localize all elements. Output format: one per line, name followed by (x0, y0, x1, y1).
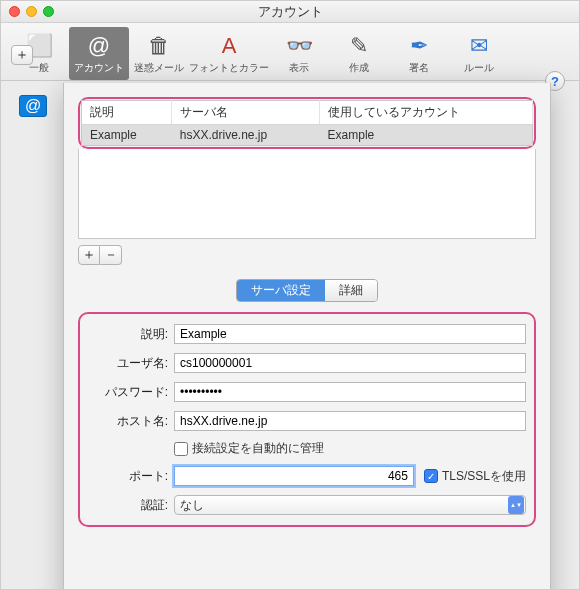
minimize-icon[interactable] (26, 6, 37, 17)
add-server-button[interactable]: ＋ (78, 245, 100, 265)
smtp-sheet: 説明 サーバ名 使用しているアカウント Example hsXX.drive.n… (63, 83, 551, 590)
col-server[interactable]: サーバ名 (172, 101, 320, 125)
add-remove-buttons: ＋ － (78, 245, 536, 265)
tab-label: ルール (464, 61, 494, 75)
auto-manage-label: 接続設定を自動的に管理 (192, 440, 324, 457)
description-label: 説明: (88, 326, 174, 343)
table-empty-area (78, 149, 536, 239)
server-table[interactable]: 説明 サーバ名 使用しているアカウント Example hsXX.drive.n… (81, 100, 533, 146)
account-at-icon[interactable]: @ (19, 95, 47, 117)
port-field[interactable] (174, 466, 414, 486)
tab-label: 署名 (409, 61, 429, 75)
tab-viewing[interactable]: 👓 表示 (269, 27, 329, 80)
toolbar: ⬜ 一般 @ アカウント 🗑 迷惑メール A フォントとカラー 👓 表示 ✎ 作… (1, 23, 579, 81)
cell-description: Example (82, 125, 172, 146)
server-settings-form: 説明: ユーザ名: パスワード: ホスト名: (78, 312, 536, 527)
tab-label: 表示 (289, 61, 309, 75)
tab-signatures[interactable]: ✒ 署名 (389, 27, 449, 80)
tab-label: フォントとカラー (189, 61, 269, 75)
close-icon[interactable] (9, 6, 20, 17)
chevron-updown-icon: ▲▼ (508, 496, 524, 514)
remove-server-button[interactable]: － (100, 245, 122, 265)
tab-junk[interactable]: 🗑 迷惑メール (129, 27, 189, 80)
settings-tabs: サーバ設定 詳細 (78, 279, 536, 302)
bg-add-button[interactable]: ＋ (11, 45, 33, 65)
titlebar: アカウント (1, 1, 579, 23)
preferences-window: アカウント ⬜ 一般 @ アカウント 🗑 迷惑メール A フォントとカラー 👓 … (0, 0, 580, 590)
tab-rules[interactable]: ✉ ルール (449, 27, 509, 80)
at-icon: @ (83, 31, 115, 61)
password-field[interactable] (174, 382, 526, 402)
zoom-icon[interactable] (43, 6, 54, 17)
tab-label: 作成 (349, 61, 369, 75)
cell-accounts: Example (320, 125, 533, 146)
cell-server: hsXX.drive.ne.jp (172, 125, 320, 146)
username-field[interactable] (174, 353, 526, 373)
tab-label: アカウント (74, 61, 124, 75)
description-field[interactable] (174, 324, 526, 344)
body: @ ＋ ? 説明 サーバ名 使用しているアカウント Example (1, 81, 579, 105)
username-label: ユーザ名: (88, 355, 174, 372)
auth-value: なし (180, 497, 204, 514)
table-row[interactable]: Example hsXX.drive.ne.jp Example (82, 125, 533, 146)
tls-checkbox[interactable]: ✓ (424, 469, 438, 483)
col-accounts[interactable]: 使用しているアカウント (320, 101, 533, 125)
tab-composing[interactable]: ✎ 作成 (329, 27, 389, 80)
col-description[interactable]: 説明 (82, 101, 172, 125)
password-label: パスワード: (88, 384, 174, 401)
auth-label: 認証: (88, 497, 174, 514)
tab-fonts[interactable]: A フォントとカラー (189, 27, 269, 80)
rules-icon: ✉ (463, 31, 495, 61)
tab-advanced[interactable]: 詳細 (325, 280, 377, 301)
fonts-icon: A (213, 31, 245, 61)
glasses-icon: 👓 (283, 31, 315, 61)
signature-icon: ✒ (403, 31, 435, 61)
auto-manage-checkbox[interactable] (174, 442, 188, 456)
server-table-highlight: 説明 サーバ名 使用しているアカウント Example hsXX.drive.n… (78, 97, 536, 149)
junk-icon: 🗑 (143, 31, 175, 61)
table-header-row: 説明 サーバ名 使用しているアカウント (82, 101, 533, 125)
host-label: ホスト名: (88, 413, 174, 430)
window-title: アカウント (258, 3, 323, 21)
tab-accounts[interactable]: @ アカウント (69, 27, 129, 80)
auth-select[interactable]: なし ▲▼ (174, 495, 526, 515)
window-controls (9, 6, 54, 17)
tls-label: TLS/SSLを使用 (442, 468, 526, 485)
tab-label: 迷惑メール (134, 61, 184, 75)
tab-server-settings[interactable]: サーバ設定 (237, 280, 325, 301)
host-field[interactable] (174, 411, 526, 431)
compose-icon: ✎ (343, 31, 375, 61)
port-label: ポート: (88, 468, 174, 485)
